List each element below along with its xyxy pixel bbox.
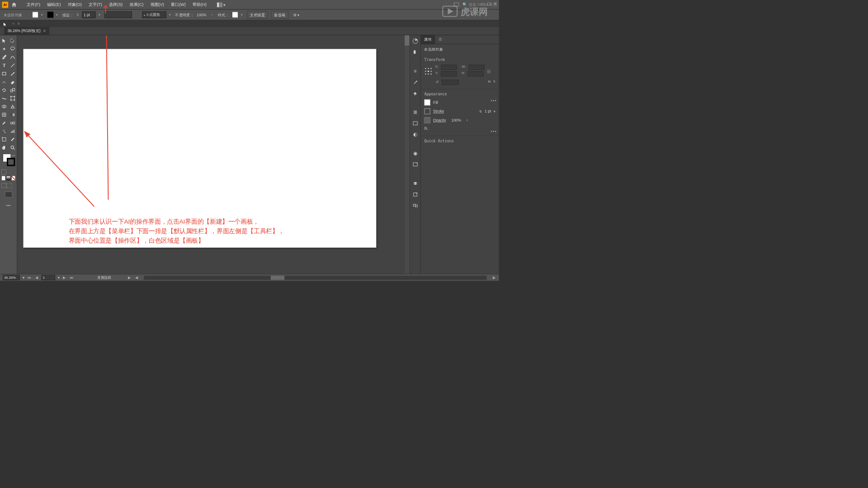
menu-window[interactable]: 窗口(W): [167, 0, 189, 9]
transform-y-input[interactable]: [441, 71, 457, 76]
style-swatch[interactable]: [232, 12, 238, 18]
curvature-tool[interactable]: [9, 53, 17, 61]
rectangle-tool[interactable]: [0, 70, 9, 78]
align-panel-icon[interactable]: [411, 120, 419, 127]
first-artboard-icon[interactable]: ⏮: [27, 276, 32, 279]
layers-panel-icon[interactable]: [411, 180, 419, 188]
transform-angle-input[interactable]: [442, 80, 459, 85]
menu-file[interactable]: 文件(F): [24, 0, 44, 9]
shaper-tool[interactable]: [0, 78, 9, 86]
slice-tool[interactable]: [9, 135, 17, 143]
scale-tool[interactable]: [9, 86, 17, 94]
canvas-area[interactable]: 下面我们来认识一下AI的操作界面，点击AI界面的【新建】一个画板， 在界面上方是…: [17, 35, 410, 275]
stroke-profile[interactable]: [104, 11, 132, 18]
appearance-opacity-value[interactable]: 100%: [452, 118, 461, 122]
zoom-input[interactable]: [3, 275, 20, 280]
brush-tool[interactable]: [9, 70, 17, 78]
stroke-weight-input[interactable]: [82, 11, 95, 18]
link-wh-icon[interactable]: ⛓: [487, 69, 491, 73]
artboard-tool[interactable]: [0, 135, 9, 143]
tab-libraries[interactable]: 库: [435, 35, 446, 44]
magic-wand-tool[interactable]: ✦: [0, 45, 9, 53]
brushes-panel-icon[interactable]: [411, 79, 419, 86]
menu-view[interactable]: 视图(V): [147, 0, 167, 9]
hand-tool[interactable]: [0, 144, 9, 152]
toolbox-more-icon[interactable]: •••: [0, 203, 17, 208]
draw-normal-icon[interactable]: [1, 183, 6, 188]
tab-properties[interactable]: 属性: [421, 35, 435, 44]
eyedropper-tool[interactable]: [0, 119, 9, 127]
appearance-opacity-swatch[interactable]: [424, 117, 430, 123]
tab-handle[interactable]: «: [12, 22, 14, 26]
draw-behind-icon[interactable]: [7, 183, 12, 188]
doc-setup-button[interactable]: 文档设置: [247, 11, 268, 19]
flip-v-icon[interactable]: ⥮: [493, 80, 495, 85]
blend-tool[interactable]: [9, 119, 17, 127]
menu-edit[interactable]: 编辑(E): [44, 0, 64, 9]
menu-effect[interactable]: 效果(C): [126, 0, 147, 9]
color-panel-icon[interactable]: [411, 38, 419, 45]
appearance-fill-swatch[interactable]: [424, 99, 430, 106]
next-artboard-icon[interactable]: ▶: [62, 276, 66, 279]
symbols-panel-icon[interactable]: ♣: [411, 89, 419, 97]
para-panel-icon[interactable]: ≣: [411, 108, 419, 116]
selection-tool[interactable]: [0, 37, 9, 45]
swatches-panel-icon[interactable]: [411, 48, 419, 56]
reference-point-icon[interactable]: [424, 67, 432, 75]
transform-h-input[interactable]: [468, 71, 484, 76]
appearance-panel-icon[interactable]: ◉: [411, 150, 419, 157]
asset-panel-icon[interactable]: [411, 161, 419, 169]
free-transform-tool[interactable]: [9, 94, 17, 102]
tab-close-icon[interactable]: ✕: [17, 21, 20, 26]
shape-builder-tool[interactable]: [0, 103, 9, 111]
direct-selection-tool[interactable]: [9, 37, 17, 45]
horizontal-scrollbar[interactable]: [144, 276, 486, 280]
fill-swatch[interactable]: [32, 12, 38, 18]
default-fill-icon[interactable]: [1, 169, 6, 174]
doc-close-icon[interactable]: ✕: [43, 29, 46, 33]
arrange-icon[interactable]: ▾: [217, 2, 226, 7]
document-tab[interactable]: 36.26% (RGB/预览) ✕: [4, 27, 49, 35]
line-tool[interactable]: [9, 61, 17, 70]
zoom-tool[interactable]: [9, 144, 17, 152]
pen-tool[interactable]: [0, 53, 9, 61]
gradient-tool[interactable]: [9, 111, 17, 119]
eraser-tool[interactable]: [9, 78, 17, 86]
flip-h-icon[interactable]: ⇋: [488, 80, 491, 85]
swap-icon[interactable]: ⤺: [12, 154, 15, 157]
last-artboard-icon[interactable]: ⏭: [69, 276, 74, 279]
lasso-tool[interactable]: [9, 45, 17, 53]
vertical-scrollbar[interactable]: [405, 35, 410, 275]
artboard-number-input[interactable]: [42, 275, 55, 280]
menu-object[interactable]: 对象(O): [64, 0, 85, 9]
transparency-panel-icon[interactable]: ◐: [411, 131, 419, 138]
color-mode-gradient[interactable]: [6, 176, 10, 181]
opacity-value[interactable]: 100%: [197, 13, 206, 17]
type-tool[interactable]: T: [0, 61, 9, 70]
stroke-panel-icon[interactable]: ≡: [411, 67, 419, 75]
screen-mode-button[interactable]: [5, 192, 12, 198]
fill-stroke-indicator[interactable]: ⤺: [1, 154, 15, 167]
transform-x-input[interactable]: [441, 65, 457, 70]
prev-artboard-icon[interactable]: ◀: [35, 276, 39, 279]
rotate-tool[interactable]: [0, 86, 9, 94]
align-icon[interactable]: ⊞ ▾: [293, 13, 300, 17]
prefs-button[interactable]: 首选项: [271, 11, 288, 19]
brush-select[interactable]: •3 点圆形: [142, 11, 166, 18]
width-tool[interactable]: [0, 94, 9, 102]
home-icon[interactable]: [11, 1, 17, 8]
appearance-fx-label[interactable]: fx.: [424, 126, 428, 130]
color-mode-solid[interactable]: [1, 176, 5, 181]
symbol-sprayer-tool[interactable]: [0, 127, 9, 135]
color-mode-none[interactable]: [11, 176, 15, 181]
menu-select[interactable]: 选择(S): [105, 0, 126, 9]
menu-help[interactable]: 帮助(H): [189, 0, 210, 9]
appearance-stroke-value[interactable]: 1 pt: [485, 109, 491, 113]
graph-tool[interactable]: [9, 127, 17, 135]
artboards-panel-icon[interactable]: [411, 191, 419, 198]
menu-type[interactable]: 文字(T): [85, 0, 105, 9]
perspective-tool[interactable]: [9, 103, 17, 111]
appearance-stroke-swatch[interactable]: [424, 108, 430, 115]
appearance-more-icon[interactable]: •••: [491, 130, 497, 134]
stroke-swatch[interactable]: [47, 12, 54, 18]
